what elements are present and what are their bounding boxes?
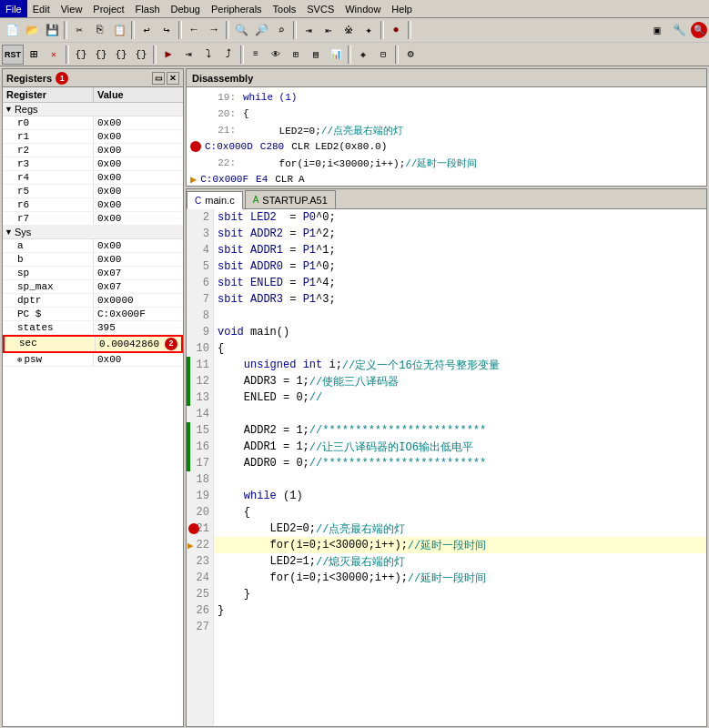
- breakpoint-indicator-000d: [190, 141, 201, 152]
- menu-window[interactable]: Window: [339, 0, 386, 17]
- code-content: 2 3 4 5 6 7 8 9 10 11 12 13 14 15 16 17: [187, 209, 706, 726]
- menu-flash[interactable]: Flash: [130, 0, 166, 17]
- redo-btn[interactable]: ↪: [157, 20, 177, 40]
- reg-b[interactable]: b0x00: [3, 253, 183, 267]
- dis-linenum-21: 21:: [190, 125, 236, 136]
- reg-col-val-header: Value: [94, 87, 183, 102]
- disassembly-content[interactable]: 19: while (1) 20: { 21: LED2=0;//点亮最右端的灯…: [187, 87, 706, 187]
- registers-close-btn[interactable]: ✕: [167, 72, 179, 85]
- regs-group-header[interactable]: ▼ Regs: [3, 103, 183, 116]
- indent-btn[interactable]: ⇥: [299, 20, 319, 40]
- reg-pc[interactable]: PC $C:0x000F: [3, 308, 183, 321]
- rst-btn[interactable]: RST: [2, 45, 24, 65]
- find-in-files-btn[interactable]: 🔎: [251, 20, 271, 40]
- menu-debug[interactable]: Debug: [166, 0, 206, 17]
- code-line-26: }: [214, 602, 706, 619]
- menu-project[interactable]: Project: [87, 0, 129, 17]
- serial-btn[interactable]: ⊟: [373, 45, 393, 65]
- perf-btn[interactable]: ◈: [353, 45, 373, 65]
- step-into-btn[interactable]: ▶: [158, 45, 178, 65]
- reg-psw[interactable]: ⊕psw0x00: [3, 353, 183, 367]
- disassembly-header: Disassembly: [187, 69, 706, 87]
- var-addr2: ADDR2: [250, 228, 283, 240]
- menu-help[interactable]: Help: [386, 0, 418, 17]
- brace1-btn[interactable]: {}: [71, 45, 91, 65]
- brace3-btn[interactable]: {}: [111, 45, 131, 65]
- reg-r1[interactable]: r10x00: [3, 130, 183, 144]
- brace4-btn[interactable]: {}: [131, 45, 151, 65]
- step-out-btn[interactable]: ⤴: [218, 45, 238, 65]
- tab-main-c[interactable]: C main.c: [187, 191, 243, 209]
- locals-btn[interactable]: ⊞: [286, 45, 306, 65]
- registers-panel: Registers 1 ▭ ✕ Register Value ▼ Regs r0…: [2, 68, 184, 727]
- comment-btn[interactable]: ※: [339, 20, 359, 40]
- reg-r5[interactable]: r50x00: [3, 185, 183, 198]
- register-table[interactable]: Register Value ▼ Regs r00x00 r10x00 r20x…: [3, 87, 183, 726]
- copy-btn[interactable]: ⎘: [89, 20, 109, 40]
- reg-r4[interactable]: r40x00: [3, 171, 183, 185]
- outdent-btn[interactable]: ⇤: [319, 20, 339, 40]
- disasm-btn[interactable]: ≡: [246, 45, 266, 65]
- open-btn[interactable]: 📂: [22, 20, 42, 40]
- undo-btn[interactable]: ↩: [137, 20, 157, 40]
- reg-r5-val: 0x00: [94, 185, 183, 197]
- reg-r6[interactable]: r60x00: [3, 198, 183, 212]
- code-view-btn[interactable]: ⊞: [24, 45, 44, 65]
- reg-r3[interactable]: r30x00: [3, 157, 183, 171]
- regs-group[interactable]: ▼ Regs r00x00 r10x00 r20x00 r30x00 r40x0…: [3, 103, 183, 226]
- source-browser-btn[interactable]: 🔍: [231, 20, 251, 40]
- extra1-btn[interactable]: ▣: [647, 20, 667, 40]
- close-view-btn[interactable]: ✕: [44, 45, 64, 65]
- settings2-btn[interactable]: ⚙: [400, 45, 420, 65]
- step-over-btn[interactable]: ⤵: [198, 45, 218, 65]
- menu-file[interactable]: File: [0, 0, 27, 17]
- search-btn[interactable]: 🔍: [691, 22, 707, 38]
- comment-12: //使能三八译码器: [309, 374, 399, 389]
- menu-peripherals[interactable]: Peripherals: [206, 0, 268, 17]
- reg-sp[interactable]: sp0x07: [3, 267, 183, 280]
- code-tabs: C main.c A STARTUP.A51: [187, 189, 706, 209]
- menu-edit[interactable]: Edit: [27, 0, 56, 17]
- reg-dptr[interactable]: dptr0x0000: [3, 294, 183, 308]
- reg-r2[interactable]: r20x00: [3, 144, 183, 157]
- reg-sp-max-val: 0x07: [94, 280, 183, 293]
- sys-group[interactable]: ▼ Sys a0x00 b0x00 sp0x07 sp_max0x07 dptr…: [3, 226, 183, 367]
- back-btn[interactable]: ←: [184, 20, 204, 40]
- menu-view[interactable]: View: [56, 0, 88, 17]
- paste-btn[interactable]: 📋: [109, 20, 129, 40]
- reg-r0-name: r0: [3, 116, 94, 129]
- save-btn[interactable]: 💾: [42, 20, 62, 40]
- gutter-num-15: 15: [197, 424, 209, 437]
- run-to-btn[interactable]: ⇥: [178, 45, 198, 65]
- forward-btn[interactable]: →: [204, 20, 224, 40]
- gutter-13: 13: [187, 389, 213, 406]
- stmt-addr3-1: ADDR3 = 1;: [244, 375, 309, 388]
- cut-btn[interactable]: ✂: [69, 20, 89, 40]
- reg-states[interactable]: states395: [3, 321, 183, 335]
- find-btn[interactable]: ⌕: [271, 20, 291, 40]
- brace2-btn[interactable]: {}: [91, 45, 111, 65]
- sys-group-header[interactable]: ▼ Sys: [3, 226, 183, 239]
- menu-tools[interactable]: Tools: [268, 0, 302, 17]
- reg-r7[interactable]: r70x00: [3, 212, 183, 226]
- tab-startup-a51[interactable]: A STARTUP.A51: [245, 190, 336, 208]
- reg-sec[interactable]: sec 0.00042860 2: [3, 335, 183, 353]
- registers-float-btn[interactable]: ▭: [152, 72, 165, 85]
- code-lines[interactable]: sbit LED2 = P0^0; sbit ADDR2 = P1^2; sbi…: [214, 209, 706, 726]
- gutter-5: 5: [187, 258, 213, 275]
- toolbar-row1: 📄 📂 💾 ✂ ⎘ 📋 ↩ ↪ ← → 🔍 🔎 ⌕ ⇥ ⇤ ※ ✦ ● ▣ 🔧 …: [0, 18, 709, 42]
- build-btn[interactable]: ●: [386, 20, 406, 40]
- regs-btn[interactable]: ▤: [306, 45, 326, 65]
- reg-r1-val: 0x00: [94, 130, 183, 143]
- reg-sp-max[interactable]: sp_max0x07: [3, 280, 183, 294]
- reg-r0[interactable]: r00x00: [3, 116, 183, 130]
- menu-svcs[interactable]: SVCS: [301, 0, 339, 17]
- mem-btn[interactable]: 📊: [326, 45, 346, 65]
- watch-btn[interactable]: 👁: [266, 45, 286, 65]
- reg-a[interactable]: a0x00: [3, 239, 183, 253]
- green-bar-11: [187, 357, 190, 373]
- extra2-btn[interactable]: 🔧: [669, 20, 689, 40]
- uncomment-btn[interactable]: ✦: [359, 20, 379, 40]
- new-btn[interactable]: 📄: [2, 20, 22, 40]
- kw-sbit-7: sbit: [218, 293, 244, 306]
